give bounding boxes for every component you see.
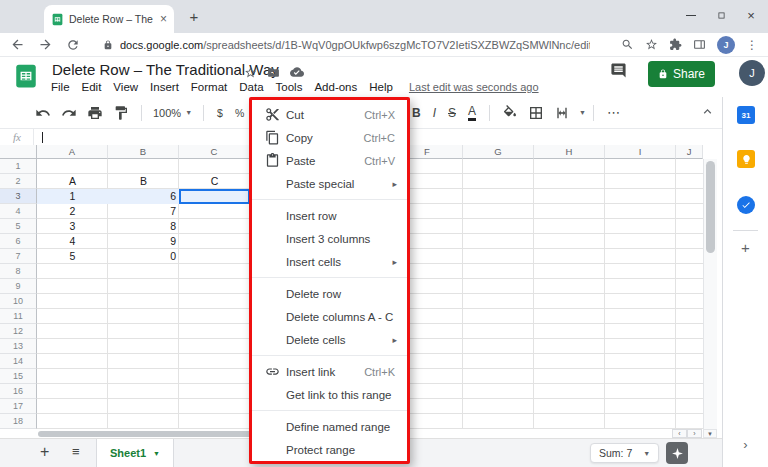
- sum-dropdown-icon[interactable]: ▼: [643, 450, 650, 457]
- maximize-icon[interactable]: [706, 0, 736, 30]
- sheets-logo-icon[interactable]: [13, 63, 39, 89]
- fill-color-button[interactable]: [502, 105, 518, 121]
- move-to-folder-icon[interactable]: [267, 66, 280, 79]
- menu-item-cut[interactable]: CutCtrl+X: [252, 103, 407, 126]
- add-sheet-button[interactable]: +: [40, 443, 49, 461]
- column-header-g[interactable]: G: [463, 145, 534, 159]
- cell-a6[interactable]: 4: [37, 234, 108, 249]
- menu-item-get-link-to-range[interactable]: Get link to this range: [252, 383, 407, 406]
- lock-icon[interactable]: [103, 40, 113, 50]
- reload-icon[interactable]: [66, 38, 80, 52]
- column-header-i[interactable]: I: [605, 145, 676, 159]
- comment-history-icon[interactable]: [610, 62, 627, 79]
- row-header-18[interactable]: 18: [0, 414, 37, 429]
- row-header-4[interactable]: 4: [0, 204, 37, 219]
- merge-cells-button[interactable]: [554, 105, 570, 121]
- paint-format-button[interactable]: [113, 105, 129, 121]
- menu-item-insert-3-columns[interactable]: Insert 3 columns: [252, 227, 407, 250]
- menu-help[interactable]: Help: [369, 81, 393, 93]
- zoom-select[interactable]: 100%▼: [153, 107, 192, 119]
- explore-button[interactable]: [666, 442, 688, 464]
- currency-button[interactable]: $: [217, 107, 223, 119]
- collapse-side-panel-icon[interactable]: ›: [723, 437, 768, 452]
- menu-item-delete-row[interactable]: Delete row: [252, 282, 407, 305]
- browser-tab[interactable]: Delete Row – The Traditional Way ×: [44, 5, 174, 33]
- strikethrough-button[interactable]: S: [448, 107, 456, 119]
- cell-a7[interactable]: 5: [37, 249, 108, 264]
- menu-item-paste-special[interactable]: Paste special▸: [252, 172, 407, 195]
- google-calendar-icon[interactable]: 31: [737, 106, 755, 124]
- menu-item-insert-cells[interactable]: Insert cells▸: [252, 250, 407, 273]
- row-header-12[interactable]: 12: [0, 324, 37, 339]
- print-button[interactable]: [87, 105, 103, 121]
- menu-format[interactable]: Format: [191, 81, 227, 93]
- cell-b6[interactable]: 9: [108, 234, 179, 249]
- menu-item-protect-range[interactable]: Protect range: [252, 438, 407, 461]
- row-header-9[interactable]: 9: [0, 279, 37, 294]
- row-header-5[interactable]: 5: [0, 219, 37, 234]
- star-document-icon[interactable]: [244, 66, 257, 79]
- cell-b7[interactable]: 0: [108, 249, 179, 264]
- row-header-6[interactable]: 6: [0, 234, 37, 249]
- cell-c2[interactable]: C: [179, 174, 250, 189]
- menu-item-insert-row[interactable]: Insert row: [252, 204, 407, 227]
- menu-data[interactable]: Data: [239, 81, 263, 93]
- row-header-11[interactable]: 11: [0, 309, 37, 324]
- bold-button[interactable]: B: [412, 107, 421, 119]
- column-header-h[interactable]: H: [534, 145, 605, 159]
- row-header-14[interactable]: 14: [0, 354, 37, 369]
- menu-item-copy[interactable]: CopyCtrl+C: [252, 126, 407, 149]
- borders-button[interactable]: [528, 105, 544, 121]
- google-keep-icon[interactable]: [737, 150, 755, 168]
- active-cell-C3[interactable]: [179, 189, 250, 204]
- menu-view[interactable]: View: [113, 81, 138, 93]
- vertical-scrollbar-thumb[interactable]: [706, 161, 715, 253]
- minimize-icon[interactable]: [676, 0, 706, 30]
- sum-badge[interactable]: Sum: 7 ▼: [590, 443, 659, 463]
- close-tab-icon[interactable]: ×: [160, 13, 167, 25]
- account-avatar[interactable]: J: [739, 60, 765, 86]
- last-edit-link[interactable]: Last edit was seconds ago: [409, 81, 539, 93]
- column-header-j[interactable]: J: [676, 145, 703, 159]
- cell-b5[interactable]: 8: [108, 219, 179, 234]
- extensions-icon[interactable]: [669, 38, 682, 51]
- menu-item-insert-link[interactable]: Insert linkCtrl+K: [252, 360, 407, 383]
- cell-a3[interactable]: 1: [37, 189, 108, 204]
- bookmark-star-icon[interactable]: [645, 38, 658, 51]
- scroll-down-icon[interactable]: ▼: [703, 429, 717, 438]
- cell-b2[interactable]: B: [108, 174, 179, 189]
- menu-item-paste[interactable]: PasteCtrl+V: [252, 149, 407, 172]
- column-header-c[interactable]: C: [179, 145, 250, 159]
- close-window-icon[interactable]: ×: [736, 0, 766, 30]
- undo-button[interactable]: [35, 105, 51, 121]
- menu-insert[interactable]: Insert: [150, 81, 179, 93]
- add-addon-button[interactable]: +: [723, 239, 768, 256]
- more-options-icon[interactable]: ⋯: [607, 105, 620, 120]
- menu-edit[interactable]: Edit: [82, 81, 102, 93]
- cell-a5[interactable]: 3: [37, 219, 108, 234]
- google-tasks-icon[interactable]: [737, 196, 755, 214]
- text-color-button[interactable]: A: [468, 105, 476, 121]
- browser-menu-icon[interactable]: ⋮: [746, 38, 758, 52]
- zoom-icon[interactable]: [621, 38, 634, 51]
- scroll-right-icon[interactable]: ›: [687, 429, 702, 438]
- menu-add-ons[interactable]: Add-ons: [314, 81, 357, 93]
- cell-b3[interactable]: 6: [108, 189, 179, 204]
- row-header-17[interactable]: 17: [0, 399, 37, 414]
- menu-item-delete-columns-a-c[interactable]: Delete columns A - C: [252, 305, 407, 328]
- scroll-left-icon[interactable]: ‹: [672, 429, 687, 438]
- share-button[interactable]: Share: [648, 61, 715, 87]
- column-header-b[interactable]: B: [108, 145, 179, 159]
- row-header-16[interactable]: 16: [0, 384, 37, 399]
- all-sheets-icon[interactable]: ≡: [72, 444, 80, 459]
- collapse-toolbar-icon[interactable]: [700, 104, 715, 119]
- url-input[interactable]: docs.google.com/spreadsheets/d/1B-WqV0gp…: [120, 39, 590, 51]
- row-header-15[interactable]: 15: [0, 369, 37, 384]
- row-header-7[interactable]: 7: [0, 249, 37, 264]
- menu-item-delete-cells[interactable]: Delete cells▸: [252, 328, 407, 351]
- cell-a2[interactable]: A: [37, 174, 108, 189]
- percent-button[interactable]: %: [235, 107, 244, 119]
- row-header-13[interactable]: 13: [0, 339, 37, 354]
- back-icon[interactable]: [10, 37, 25, 52]
- side-panel-icon[interactable]: [693, 38, 706, 51]
